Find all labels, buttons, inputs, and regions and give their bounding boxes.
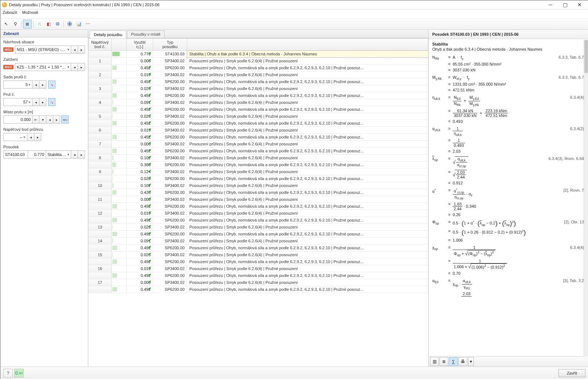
- tool-curve-icon[interactable]: 〰: [84, 20, 92, 28]
- table-row[interactable]: 0.492✔SP6200.00Posouzení průřezu | Ohyb,…: [89, 217, 428, 224]
- table-row[interactable]: 100.102✔SP3400.02Posouzení průřezu | Smy…: [89, 182, 428, 189]
- maximize-button[interactable]: ▢: [558, 0, 572, 9]
- table-row[interactable]: 0.452✔SP6200.00Posouzení průřezu | Ohyb,…: [89, 65, 428, 71]
- vertical-scrollbar[interactable]: [584, 39, 588, 356]
- prev-button[interactable]: ◂: [71, 63, 78, 71]
- close-dialog-button[interactable]: Zavřít: [558, 369, 585, 377]
- prev-button[interactable]: ◂: [27, 133, 34, 141]
- tool-chart-icon[interactable]: 📊: [74, 20, 83, 28]
- table-row[interactable]: 0.452✔SP6200.00Posouzení průřezu | Ohyb,…: [89, 78, 428, 85]
- table-row[interactable]: 0.492✔SP6200.00Posouzení průřezu | Ohyb,…: [89, 203, 428, 210]
- table-row[interactable]: 0.492✔SP6200.00Posouzení průřezu | Ohyb,…: [89, 245, 428, 251]
- col-util[interactable]: Využitíη [-]: [127, 39, 153, 51]
- design-util-combo[interactable]: 0.770: [28, 151, 46, 159]
- results-grid[interactable]: Napěťovýbod č. Využitíη [-] Typposudku 0…: [88, 38, 428, 293]
- load-combo[interactable]: KZ5 - 1.35 * ZS1 + 1.50 * ZS2 + 0...▾: [15, 63, 71, 71]
- formula-icon[interactable]: ∑: [449, 357, 458, 366]
- formula-aed: αEd= χop · αult,kγM1 [3], Tab. 3.2: [432, 278, 585, 290]
- table-row[interactable]: 0.020✔SP6200.00Posouzení průřezu | Ohyb,…: [89, 175, 428, 182]
- next-button[interactable]: ▸: [78, 46, 85, 54]
- table-row[interactable]: 0.452✔SP6200.00Posouzení průřezu | Ohyb,…: [89, 92, 428, 99]
- table-row[interactable]: 110.000✔SP3400.02Posouzení průřezu | Smy…: [89, 196, 428, 203]
- table-row[interactable]: 0.452✔SP6200.00Posouzení průřezu | Ohyb,…: [89, 106, 428, 113]
- columns-icon[interactable]: ▥: [430, 357, 439, 366]
- locate-icon[interactable]: x|x₀: [61, 116, 69, 124]
- table-row[interactable]: 140.091✔SP3400.02Posouzení průřezu | Smy…: [89, 238, 428, 245]
- col-type[interactable]: Typposudku: [153, 39, 187, 51]
- prev-button[interactable]: ◂: [71, 151, 78, 159]
- next-button[interactable]: ▸: [39, 81, 46, 89]
- design-code-combo[interactable]: ST4100.03: [3, 151, 28, 159]
- tab-location[interactable]: Posudky v místě: [127, 30, 165, 38]
- col-desc[interactable]: [187, 39, 428, 51]
- table-row[interactable]: 0.492✔SP6200.00Posouzení průřezu | Ohyb,…: [89, 272, 428, 279]
- tool-list-icon[interactable]: ≣: [23, 20, 32, 28]
- tool-section-icon[interactable]: ⎍: [35, 20, 44, 28]
- prev-button[interactable]: ◂: [46, 116, 53, 124]
- design-situation-combo[interactable]: NS1 - MSÚ (STR/GEO) - trvalá a ...▾: [15, 46, 71, 54]
- table-row[interactable]: 20.019✔SP3400.02Posouzení průřezu | Smyk…: [89, 71, 428, 78]
- table-row[interactable]: 160.019✔SP3400.02Posouzení průřezu | Smy…: [89, 265, 428, 272]
- table-row[interactable]: 80.102✔SP3400.02Posouzení průřezu | Smyk…: [89, 155, 428, 161]
- memberset-input[interactable]: 5 ▾: [3, 81, 32, 89]
- dropdown-button[interactable]: ▾: [39, 116, 46, 124]
- table-row[interactable]: 0.420✔SP6200.00Posouzení průřezu | Ohyb,…: [89, 189, 428, 196]
- print-dropdown-icon[interactable]: ▾: [468, 357, 474, 366]
- prev-button[interactable]: ◂: [32, 98, 39, 106]
- table-row[interactable]: 90.124✔SP3400.02Posouzení průřezu | Smyk…: [89, 168, 428, 175]
- footer: ? 0.00 Zavřít: [0, 367, 588, 379]
- design-desc-combo[interactable]: Stabilita | Ohy...▾: [46, 151, 71, 159]
- tool-arrow-icon[interactable]: ↖: [2, 20, 11, 28]
- close-button[interactable]: ✕: [572, 0, 587, 9]
- table-row[interactable]: 150.026✔SP3400.02Posouzení průřezu | Smy…: [89, 251, 428, 258]
- menu-view[interactable]: Zobrazit: [3, 10, 17, 17]
- next-button[interactable]: ▸: [78, 63, 85, 71]
- list-icon[interactable]: ≣: [440, 357, 448, 366]
- formula-alpha: αult,k= 1ηult,k 6.3.4(2): [432, 126, 585, 137]
- tool-palette-icon[interactable]: ◧: [44, 20, 53, 28]
- stresspoint-input[interactable]: -- ▾: [3, 133, 27, 141]
- tool-member-icon[interactable]: 🕀: [65, 20, 74, 28]
- pos-input[interactable]: 0.000: [3, 116, 32, 124]
- table-row[interactable]: 170.000✔SP3400.02Posouzení průřezu | Smy…: [89, 279, 428, 286]
- col-stresspoint[interactable]: Napěťovýbod č.: [89, 39, 112, 51]
- tool-zoom-icon[interactable]: ⚲: [11, 20, 20, 28]
- table-row[interactable]: 0.492✔SP6200.00Posouzení průřezu | Ohyb,…: [89, 286, 428, 293]
- next-button[interactable]: ▸: [39, 98, 46, 106]
- table-row[interactable]: 70.000✔SP3400.02Posouzení průřezu | Smyk…: [89, 141, 428, 148]
- start-button[interactable]: ⇤: [32, 116, 39, 124]
- detail-body[interactable]: Stabilita Ohyb a tlak podle 6.3.4 | Obec…: [429, 39, 588, 356]
- table-row[interactable]: 50.026✔SP3400.02Posouzení průřezu | Smyk…: [89, 113, 428, 120]
- table-row[interactable]: 30.026✔SP3400.02Posouzení průřezu | Smyk…: [89, 85, 428, 92]
- table-row[interactable]: 60.019✔SP3400.02Posouzení průřezu | Smyk…: [89, 127, 428, 134]
- table-row[interactable]: 0.770✔ST4100.03Stabilita | Ohyb a tlak p…: [89, 51, 428, 58]
- tool-bubble-icon[interactable]: ❂: [53, 20, 62, 28]
- menu-options[interactable]: Možnosti: [22, 10, 38, 17]
- next-button[interactable]: ▸: [78, 151, 85, 159]
- member-input[interactable]: 57 ▾: [3, 98, 32, 106]
- units-icon[interactable]: 0.00: [14, 369, 24, 378]
- table-row[interactable]: 120.019✔SP3400.02Posouzení průřezu | Smy…: [89, 210, 428, 217]
- grid-container[interactable]: Napěťovýbod č. Využitíη [-] Typposudku 0…: [88, 38, 428, 367]
- help-icon[interactable]: ?: [3, 369, 13, 378]
- table-row[interactable]: 0.452✔SP6200.00Posouzení průřezu | Ohyb,…: [89, 134, 428, 141]
- pick-icon[interactable]: ↘: [48, 98, 55, 106]
- minimize-button[interactable]: ─: [543, 0, 558, 9]
- table-row[interactable]: 10.000✔SP3400.02Posouzení průřezu | Smyk…: [89, 58, 428, 65]
- col-bar[interactable]: [112, 39, 127, 51]
- table-row[interactable]: 130.026✔SP3400.02Posouzení průřezu | Smy…: [89, 224, 428, 231]
- tab-details[interactable]: Detaily posudku: [90, 31, 126, 38]
- prev-button[interactable]: ◂: [71, 46, 78, 54]
- table-row[interactable]: 0.452✔SP6200.00Posouzení průřezu | Ohyb,…: [89, 120, 428, 127]
- toolbar-sep: [33, 21, 34, 27]
- table-row[interactable]: 0.492✔SP6200.00Posouzení průřezu | Ohyb,…: [89, 258, 428, 265]
- print-icon[interactable]: 🖶: [459, 357, 467, 366]
- table-row[interactable]: 40.091✔SP3400.02Posouzení průřezu | Smyk…: [89, 99, 428, 106]
- table-row[interactable]: 0.452✔SP6200.00Posouzení průřezu | Ohyb,…: [89, 148, 428, 155]
- next-button[interactable]: ▸: [53, 116, 60, 124]
- prev-button[interactable]: ◂: [32, 81, 39, 89]
- table-row[interactable]: 0.380✔SP6200.00Posouzení průřezu | Ohyb,…: [89, 161, 428, 168]
- table-row[interactable]: 0.492✔SP6200.00Posouzení průřezu | Ohyb,…: [89, 231, 428, 238]
- pick-icon[interactable]: ↘: [48, 81, 55, 89]
- next-button[interactable]: ▸: [34, 133, 41, 141]
